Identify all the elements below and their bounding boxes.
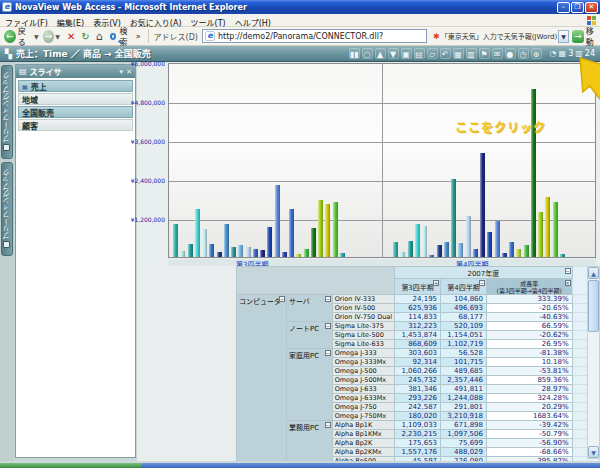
bar[interactable] [444,242,449,257]
bar[interactable] [253,249,258,257]
move-down-icon[interactable]: ▼ [388,48,399,59]
bar[interactable] [180,251,185,257]
bar[interactable] [495,221,500,257]
q4-header[interactable]: 第4四半期− [441,279,487,295]
bar[interactable] [296,254,301,257]
zoom-icon[interactable]: ○ [362,48,373,59]
move-up-icon[interactable]: ▲ [375,48,386,59]
bar[interactable] [202,229,207,257]
expand-icon[interactable]: + [433,280,439,286]
bar[interactable] [340,253,345,257]
stop-icon[interactable]: ✕ [67,31,75,42]
category-cell-ノートPC[interactable]: ノートPC− [286,322,332,349]
bar[interactable] [289,209,294,257]
collapse-icon[interactable]: − [325,296,331,302]
bar[interactable] [246,247,251,257]
slicer-item-売上[interactable]: ▦売上 [18,80,133,92]
growth-header[interactable]: 成長率(第3四半期→第4四半期)✕ [487,279,573,295]
bar[interactable] [408,241,413,257]
collapse-icon[interactable]: − [325,422,331,428]
bar[interactable] [188,244,193,257]
copy-icon[interactable]: ▣ [401,48,412,59]
back-icon[interactable]: ← [4,30,16,43]
bar[interactable] [238,245,243,257]
bar[interactable] [480,153,485,257]
jword-dropdown-icon[interactable]: ▼ [558,30,569,43]
category-cell-業務用PC[interactable]: 業務用PC− [286,421,332,466]
bar[interactable] [553,202,558,257]
clock-icon[interactable]: ◷ [518,48,529,59]
back-button[interactable]: 戻る [18,25,32,47]
search-button[interactable]: 検索 [119,25,133,47]
category-cell-コンピュータ[interactable]: コンピュータ− [237,295,287,466]
paste-icon[interactable]: ▤ [414,48,425,59]
collapse-icon[interactable]: − [325,350,331,356]
bar[interactable] [516,249,521,257]
home-icon[interactable]: ⌂ [96,30,103,43]
bar[interactable] [304,249,309,257]
remove-column-icon[interactable]: ✕ [565,280,571,286]
bar[interactable] [325,204,330,257]
slicer-item-地域[interactable]: 地域 [18,93,133,105]
collapse-icon[interactable]: − [565,268,571,274]
briefing-book-tab[interactable]: ブリーフィングブック [1,162,13,256]
bar[interactable] [451,179,456,257]
slicer-item-全国販売[interactable]: 全国販売 [18,106,133,118]
bar[interactable] [502,253,507,257]
go-button[interactable]: → 移動 [572,25,600,47]
bar[interactable] [267,227,272,257]
bar[interactable] [282,252,287,257]
pause-icon[interactable]: ▮▮ [349,48,360,59]
refresh-status-icon[interactable]: ◔ [550,49,557,58]
bar[interactable] [311,228,316,257]
slicer-item-顧客[interactable]: 顧客 [18,119,133,131]
bar[interactable] [173,224,178,257]
bar[interactable] [224,224,229,257]
scroll-thumb[interactable] [588,280,599,332]
refresh-icon[interactable]: ↻ [81,31,89,42]
edit-icon[interactable]: ▱ [427,48,438,59]
bar[interactable] [509,242,514,257]
bar[interactable] [209,244,214,257]
panel-close-icon[interactable]: ✕ [126,68,132,76]
q3-header[interactable]: 第3四半期+ [395,279,441,295]
collapse-icon[interactable]: − [279,296,285,302]
back-dropdown-icon[interactable]: ▼ [34,33,39,40]
bar[interactable] [524,245,529,257]
category-cell-サーバ[interactable]: サーバ− [286,295,332,322]
scroll-up-icon[interactable]: ▲ [588,267,599,279]
bar[interactable] [400,252,405,257]
bar[interactable] [560,254,565,257]
scroll-down-icon[interactable]: ▼ [588,446,599,458]
globe-icon[interactable]: ⊕ [531,48,542,59]
close-button[interactable]: ✕ [585,2,598,13]
toolbar-overflow-chevron[interactable]: » [136,32,141,41]
bar[interactable] [437,245,442,257]
bar[interactable] [429,255,434,257]
bar[interactable] [275,185,280,257]
bar[interactable] [538,212,543,257]
category-cell-家庭用PC[interactable]: 家庭用PC− [286,349,332,421]
minimize-button[interactable]: – [557,2,570,13]
undo-icon[interactable]: ↶ [440,48,451,59]
year-header[interactable]: 2007年度− [395,267,572,279]
bar[interactable] [231,247,236,257]
mail-icon[interactable]: ✉ [492,48,503,59]
bar[interactable] [217,252,222,257]
bar[interactable] [318,200,323,257]
bar[interactable] [333,202,338,257]
search-icon[interactable] [110,33,117,40]
flag-icon[interactable]: ⚑ [479,48,490,59]
pin-icon[interactable]: ▾ [120,68,124,76]
jword-search-box[interactable]: ✱ 「東京天気」入力で天気予報(JWord) ▼ [433,30,569,43]
bar[interactable] [422,226,427,257]
chart-icon[interactable]: ▦ [453,48,464,59]
briefing-book-tab[interactable]: ブリーフィングブック [1,65,13,159]
address-input[interactable]: e http://demo2/Panorama/CONNECTOR.dll? [202,29,427,43]
bar[interactable] [458,243,463,257]
forward-icon[interactable]: → [43,30,55,43]
bar[interactable] [260,250,265,257]
forward-dropdown-icon[interactable]: ▼ [55,33,60,40]
bar[interactable] [473,249,478,257]
user-icon[interactable]: ● [505,48,516,59]
